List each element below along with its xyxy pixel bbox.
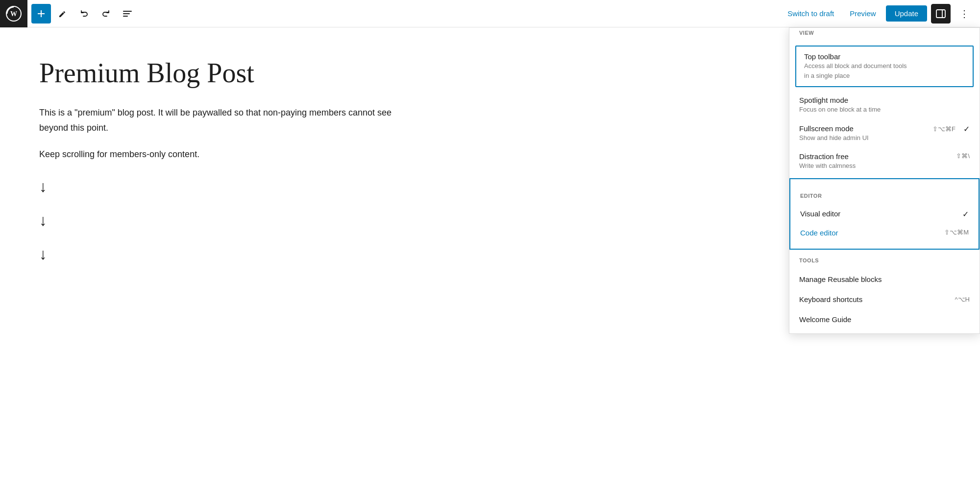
- tools-section-label: TOOLS: [789, 254, 980, 269]
- wp-logo[interactable]: W: [0, 0, 27, 27]
- options-dropdown: VIEW Top toolbar Access all block and do…: [789, 27, 980, 308]
- visual-editor-option[interactable]: Visual editor ✓: [790, 205, 979, 224]
- editor-section-label: EDITOR: [790, 187, 979, 205]
- fullscreen-desc: Show and hide admin UI: [799, 134, 925, 142]
- top-toolbar-desc1: Access all block and document tools: [804, 62, 965, 70]
- spotlight-desc: Focus on one block at a time: [799, 105, 970, 114]
- distraction-desc: Write with calmness: [799, 162, 948, 170]
- code-editor-option[interactable]: Code editor ⇧⌥⌘M: [790, 224, 979, 245]
- manage-blocks-label: Manage Reusable blocks: [799, 275, 882, 283]
- visual-editor-title: Visual editor: [800, 210, 840, 218]
- document-overview-button[interactable]: [118, 4, 137, 23]
- distraction-free-option[interactable]: Distraction free Write with calmness ⇧⌘\: [789, 147, 980, 178]
- view-section-label: VIEW: [789, 28, 980, 42]
- fullscreen-mode-option[interactable]: Fullscreen mode Show and hide admin UI ⇧…: [789, 119, 980, 147]
- redo-button[interactable]: [96, 4, 116, 23]
- distraction-shortcut: ⇧⌘\: [956, 152, 970, 160]
- arrow-2: ↓: [39, 211, 402, 230]
- update-button[interactable]: Update: [886, 5, 927, 22]
- undo-button[interactable]: [74, 4, 94, 23]
- view-section: VIEW Top toolbar Access all block and do…: [789, 28, 980, 178]
- tools-section: TOOLS Manage Reusable blocks Keyboard sh…: [789, 250, 980, 308]
- fullscreen-title: Fullscreen mode: [799, 124, 925, 133]
- editor-content: Premium Blog Post This is a "premium" bl…: [0, 27, 441, 308]
- spotlight-content: Spotlight mode Focus on one block at a t…: [799, 96, 970, 114]
- visual-editor-check: ✓: [962, 210, 969, 219]
- spotlight-mode-option[interactable]: Spotlight mode Focus on one block at a t…: [789, 91, 980, 119]
- post-paragraph-2[interactable]: Keep scrolling for members-only content.: [39, 147, 402, 162]
- fullscreen-check: ✓: [963, 124, 970, 134]
- arrow-3: ↓: [39, 245, 402, 263]
- svg-rect-7: [936, 10, 945, 18]
- sidebar-toggle-button[interactable]: [931, 4, 951, 23]
- top-toolbar: W: [0, 0, 980, 27]
- more-options-button[interactable]: ⋮: [955, 4, 974, 23]
- toolbar-right: Switch to draft Preview Update ⋮: [782, 4, 974, 23]
- spotlight-title: Spotlight mode: [799, 96, 970, 104]
- fullscreen-content: Fullscreen mode Show and hide admin UI: [799, 124, 925, 142]
- code-editor-shortcut: ⇧⌥⌘M: [944, 229, 969, 236]
- add-block-button[interactable]: [31, 4, 51, 23]
- code-editor-title: Code editor: [800, 229, 838, 237]
- keyboard-shortcuts-shortcut: ^⌥H: [955, 296, 970, 303]
- top-toolbar-option[interactable]: Top toolbar Access all block and documen…: [795, 46, 974, 87]
- fullscreen-shortcut: ⇧⌥⌘F: [932, 125, 956, 133]
- editor-section: EDITOR Visual editor ✓ Code editor ⇧⌥⌘M: [789, 178, 980, 250]
- top-toolbar-desc2: in a single place: [804, 71, 965, 80]
- keyboard-shortcuts-label: Keyboard shortcuts: [799, 295, 862, 303]
- post-title[interactable]: Premium Blog Post: [39, 57, 402, 90]
- post-paragraph-1[interactable]: This is a "premium" blog post. It will b…: [39, 105, 402, 135]
- preview-button[interactable]: Preview: [844, 6, 882, 21]
- top-toolbar-title: Top toolbar: [804, 52, 965, 61]
- keyboard-shortcuts-option[interactable]: Keyboard shortcuts ^⌥H: [789, 289, 980, 308]
- switch-to-draft-button[interactable]: Switch to draft: [782, 6, 840, 21]
- toolbar-left: [31, 4, 137, 23]
- distraction-content: Distraction free Write with calmness: [799, 152, 948, 170]
- svg-text:W: W: [10, 10, 17, 18]
- edit-button[interactable]: [53, 4, 73, 23]
- distraction-title: Distraction free: [799, 152, 948, 161]
- manage-reusable-blocks-option[interactable]: Manage Reusable blocks: [789, 269, 980, 289]
- arrow-1: ↓: [39, 178, 402, 196]
